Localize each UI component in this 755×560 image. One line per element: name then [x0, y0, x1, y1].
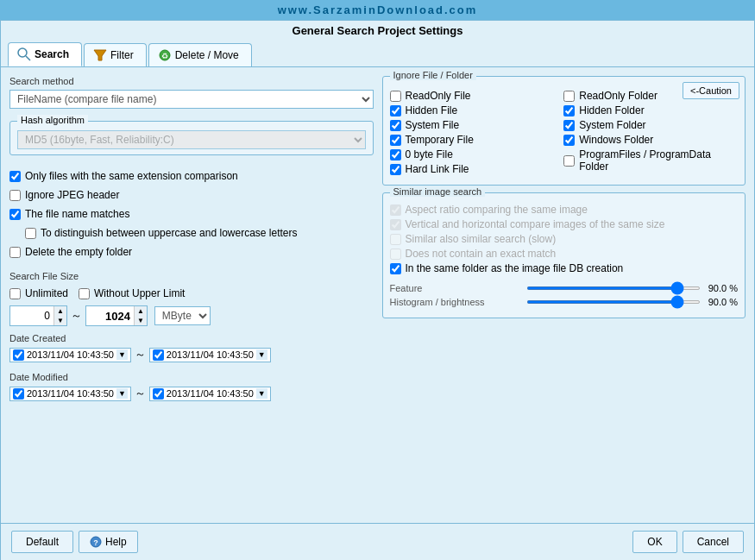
- min-size-spinner-btns: ▲ ▼: [53, 306, 66, 325]
- unlimited-row: Unlimited: [9, 287, 68, 299]
- similar-slow-label: Similar also similar search (slow): [406, 233, 557, 245]
- system-folder-checkbox[interactable]: [563, 120, 575, 131]
- vertical-horizontal-checkbox: [390, 219, 401, 230]
- tilde-2: ～: [135, 347, 146, 362]
- hard-link-checkbox[interactable]: [390, 164, 401, 175]
- date-modified-to-dropdown[interactable]: ▼: [256, 388, 267, 399]
- tab-search[interactable]: Search: [8, 42, 82, 66]
- ignore-jpeg-label: Ignore JPEG header: [25, 189, 119, 201]
- max-size-input[interactable]: [86, 308, 134, 324]
- system-file-checkbox[interactable]: [390, 120, 401, 131]
- histogram-slider[interactable]: [526, 300, 702, 304]
- zero-byte-checkbox[interactable]: [390, 149, 401, 160]
- date-created-to-value: 2013/11/04 10:43:50: [167, 349, 254, 360]
- windows-folder-label: Windows Folder: [579, 134, 653, 146]
- date-created-to-dropdown[interactable]: ▼: [256, 349, 267, 360]
- min-size-spinner: ▲ ▼: [9, 305, 67, 326]
- unlimited-label: Unlimited: [25, 287, 68, 299]
- hidden-file-label: Hidden File: [406, 104, 458, 116]
- tilde-3: ～: [135, 386, 146, 401]
- date-created-to-checkbox[interactable]: [153, 349, 164, 361]
- ok-button[interactable]: OK: [632, 531, 676, 553]
- feature-slider-row: Feature 90.0 %: [390, 283, 739, 293]
- tab-filter[interactable]: Filter: [84, 43, 147, 66]
- filter-icon: [93, 48, 107, 62]
- aspect-ratio-row: Aspect ratio comparing the same image: [390, 204, 739, 216]
- ignore-jpeg-checkbox[interactable]: [9, 190, 21, 201]
- feature-slider[interactable]: [526, 286, 702, 290]
- no-exact-match-checkbox: [390, 249, 401, 260]
- readonly-file-checkbox[interactable]: [390, 91, 401, 102]
- min-size-down-btn[interactable]: ▼: [54, 316, 66, 325]
- min-size-input[interactable]: [10, 308, 53, 324]
- readonly-folder-checkbox[interactable]: [563, 91, 575, 102]
- max-size-down-btn[interactable]: ▼: [135, 316, 147, 325]
- same-folder-db-checkbox[interactable]: [390, 263, 401, 274]
- date-modified-from: 2013/11/04 10:43:50 ▼: [9, 387, 131, 401]
- date-modified-from-dropdown[interactable]: ▼: [116, 388, 128, 399]
- aspect-ratio-label: Aspect ratio comparing the same image: [406, 204, 588, 216]
- main-window: General Search Project Settings Search F…: [0, 20, 755, 560]
- filename-matches-checkbox[interactable]: [9, 209, 21, 220]
- date-created-to: 2013/11/04 10:43:50 ▼: [149, 348, 271, 362]
- histogram-label: Histogram / brightness: [390, 297, 519, 307]
- without-upper-label: Without Upper Limit: [94, 287, 185, 299]
- no-exact-match-label: Does not contain an exact match: [406, 248, 557, 260]
- help-button[interactable]: ? Help: [79, 531, 138, 553]
- hidden-file-checkbox[interactable]: [390, 105, 401, 116]
- recycle-icon: ♻: [158, 48, 172, 62]
- similar-slow-row: Similar also similar search (slow): [390, 233, 739, 245]
- tab-filter-label: Filter: [110, 49, 134, 61]
- size-unit-select[interactable]: MByte KByte Byte GByte: [154, 306, 211, 325]
- tab-search-label: Search: [35, 48, 69, 60]
- windows-folder-row: Windows Folder: [563, 134, 738, 146]
- similar-items: Aspect ratio comparing the same image Ve…: [390, 204, 739, 274]
- hash-algorithm-box: Hash algorithm MD5 (16byte, Fast, Reliab…: [9, 121, 374, 155]
- content-area: Search method FileName (compare file nam…: [1, 67, 754, 523]
- filename-matches-label: The file name matches: [25, 208, 129, 220]
- date-created-section: Date Created 2013/11/04 10:43:50 ▼ ～ 201…: [9, 333, 374, 365]
- readonly-file-label: ReadOnly File: [406, 90, 471, 102]
- delete-empty-folder-checkbox[interactable]: [9, 247, 21, 258]
- histogram-slider-row: Histogram / brightness 90.0 %: [390, 297, 739, 307]
- distinguish-case-checkbox[interactable]: [25, 228, 36, 239]
- unlimited-checkbox[interactable]: [9, 288, 21, 299]
- date-created-from-dropdown[interactable]: ▼: [116, 349, 128, 360]
- tab-delete-move[interactable]: ♻ Delete / Move: [148, 43, 252, 66]
- search-method-select[interactable]: FileName (compare file name): [9, 90, 374, 109]
- date-modified-to-checkbox[interactable]: [153, 388, 164, 400]
- hidden-folder-checkbox[interactable]: [563, 105, 575, 116]
- max-size-up-btn[interactable]: ▲: [135, 306, 147, 316]
- date-created-from-value: 2013/11/04 10:43:50: [27, 349, 114, 360]
- caution-button[interactable]: <-Caution: [683, 82, 739, 99]
- same-extension-checkbox[interactable]: [9, 171, 21, 182]
- programfiles-folder-checkbox[interactable]: [563, 155, 575, 167]
- readonly-file-row: ReadOnly File: [390, 90, 564, 102]
- date-created-from-checkbox[interactable]: [13, 349, 24, 361]
- feature-value: 90.0 %: [708, 283, 738, 293]
- date-created-label: Date Created: [9, 333, 374, 343]
- same-folder-db-row: In the same folder as the image file DB …: [390, 262, 739, 274]
- date-created-row: 2013/11/04 10:43:50 ▼ ～ 2013/11/04 10:43…: [9, 347, 374, 362]
- bottom-right-buttons: OK Cancel: [632, 531, 744, 553]
- max-size-spinner: ▲ ▼: [85, 305, 148, 326]
- system-file-label: System File: [406, 119, 460, 131]
- svg-point-0: [18, 48, 27, 57]
- cancel-button[interactable]: Cancel: [683, 531, 744, 553]
- hash-algorithm-label: Hash algorithm: [17, 115, 88, 125]
- without-upper-checkbox[interactable]: [79, 288, 90, 299]
- temporary-file-label: Temporary File: [406, 134, 474, 146]
- temporary-file-checkbox[interactable]: [390, 135, 401, 146]
- feature-label: Feature: [390, 283, 519, 293]
- search-file-size-section: Search File Size Unlimited Without Upper…: [9, 271, 374, 326]
- zero-byte-label: 0 byte File: [406, 148, 453, 160]
- default-button[interactable]: Default: [11, 531, 73, 553]
- ignore-section-title: Ignore File / Folder: [390, 70, 476, 80]
- date-modified-to: 2013/11/04 10:43:50 ▼: [149, 387, 271, 401]
- hard-link-label: Hard Link File: [406, 163, 469, 175]
- svg-text:?: ?: [93, 538, 98, 547]
- date-modified-from-checkbox[interactable]: [13, 388, 24, 400]
- min-size-up-btn[interactable]: ▲: [54, 306, 66, 316]
- programfiles-folder-row: ProgramFiles / ProgramData Folder: [563, 148, 738, 173]
- windows-folder-checkbox[interactable]: [563, 135, 575, 146]
